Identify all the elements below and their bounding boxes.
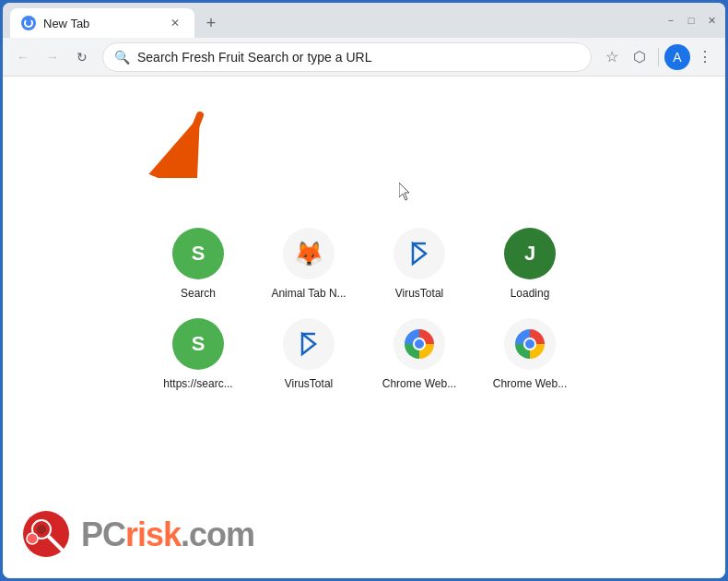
shortcuts-grid: S Search 🦊 Animal Tab N... VirusT: [152, 228, 576, 390]
menu-button[interactable]: ⋮: [692, 44, 718, 70]
chrome-icon2-inner: [523, 338, 536, 350]
shortcut-icon-animal: 🦊: [283, 228, 335, 279]
shortcut-chrome-web2[interactable]: Chrome Web...: [484, 318, 576, 390]
svg-marker-5: [302, 334, 315, 354]
bookmark-button[interactable]: ☆: [599, 44, 625, 70]
active-tab[interactable]: New Tab ✕: [10, 8, 194, 38]
shortcut-virustotal2[interactable]: VirusTotal: [263, 318, 355, 390]
reload-button[interactable]: ↻: [69, 44, 95, 70]
watermark-domain: .com: [181, 516, 254, 553]
watermark-risk: risk: [125, 516, 181, 553]
cursor-indicator: [399, 183, 414, 201]
forward-button[interactable]: →: [40, 44, 65, 70]
shortcut-label-virustotal2: VirusTotal: [285, 377, 333, 390]
shortcut-icon-https-search: S: [172, 318, 224, 370]
shortcut-virustotal[interactable]: VirusTotal: [373, 228, 465, 300]
close-window-button[interactable]: ✕: [705, 14, 718, 27]
shortcut-icon-virustotal2: [283, 318, 335, 370]
maximize-button[interactable]: □: [685, 14, 698, 27]
search-icon: 🔍: [114, 50, 130, 65]
svg-point-11: [27, 533, 38, 544]
svg-marker-3: [413, 243, 426, 264]
page-content: S Search 🦊 Animal Tab N... VirusT: [3, 77, 725, 578]
shortcut-icon-search: S: [172, 228, 224, 279]
tab-favicon-icon: [24, 18, 33, 28]
toolbar-divider: [658, 48, 659, 66]
omnibox-text: Search Fresh Fruit Search or type a URL: [137, 50, 580, 65]
omnibox[interactable]: 🔍 Search Fresh Fruit Search or type a UR…: [102, 42, 592, 72]
arrow-annotation: [132, 104, 224, 178]
shortcut-label-loading: Loading: [511, 287, 550, 300]
extensions-button[interactable]: ⬡: [627, 44, 652, 70]
toolbar: ← → ↻ 🔍 Search Fresh Fruit Search or typ…: [3, 38, 725, 77]
shortcut-loading[interactable]: J Loading: [484, 228, 576, 300]
shortcut-icon-loading: J: [504, 228, 556, 279]
shortcut-icon-chrome-web1: [393, 318, 445, 370]
shortcut-label-animal: Animal Tab N...: [271, 287, 346, 300]
shortcut-search[interactable]: S Search: [152, 228, 244, 300]
chrome-icon1-inner: [413, 338, 426, 350]
shortcut-icon-chrome-web2: [504, 318, 556, 370]
shortcut-chrome-web1[interactable]: Chrome Web...: [373, 318, 465, 390]
shortcut-label-https-search: https://searc...: [163, 377, 232, 390]
shortcut-label-chrome-web1: Chrome Web...: [382, 377, 456, 390]
pcrisk-logo: [21, 509, 72, 560]
chrome-icon1: [405, 329, 434, 359]
shortcut-label-chrome-web2: Chrome Web...: [493, 377, 567, 390]
profile-button[interactable]: A: [664, 44, 690, 70]
shortcut-https-search[interactable]: S https://searc...: [152, 318, 244, 390]
browser-window: New Tab ✕ + − □ ✕ ← → ↻ 🔍 Search Fresh F…: [3, 3, 725, 578]
back-button[interactable]: ←: [10, 44, 36, 70]
window-controls: − □ ✕: [664, 14, 718, 27]
title-bar: New Tab ✕ + − □ ✕: [3, 3, 725, 38]
shortcut-animal-tab[interactable]: 🦊 Animal Tab N...: [263, 228, 355, 300]
tab-title: New Tab: [43, 17, 159, 30]
svg-point-9: [37, 525, 46, 534]
toolbar-actions: ☆ ⬡ A ⋮: [599, 44, 718, 70]
shortcut-label-search: Search: [181, 287, 216, 300]
watermark: PCrisk.com: [21, 509, 254, 560]
arrow-svg: [132, 104, 224, 178]
tab-favicon: [21, 16, 36, 30]
tab-close-button[interactable]: ✕: [167, 15, 183, 31]
minimize-button[interactable]: −: [664, 14, 677, 27]
shortcut-icon-virustotal: [393, 228, 445, 279]
svg-line-1: [178, 115, 200, 171]
watermark-pc: PC: [81, 516, 125, 553]
watermark-text: PCrisk.com: [81, 516, 254, 554]
new-tab-button[interactable]: +: [198, 10, 224, 36]
chrome-icon2: [515, 329, 545, 359]
shortcut-label-virustotal: VirusTotal: [395, 287, 443, 300]
tab-area: New Tab ✕ +: [10, 3, 653, 38]
